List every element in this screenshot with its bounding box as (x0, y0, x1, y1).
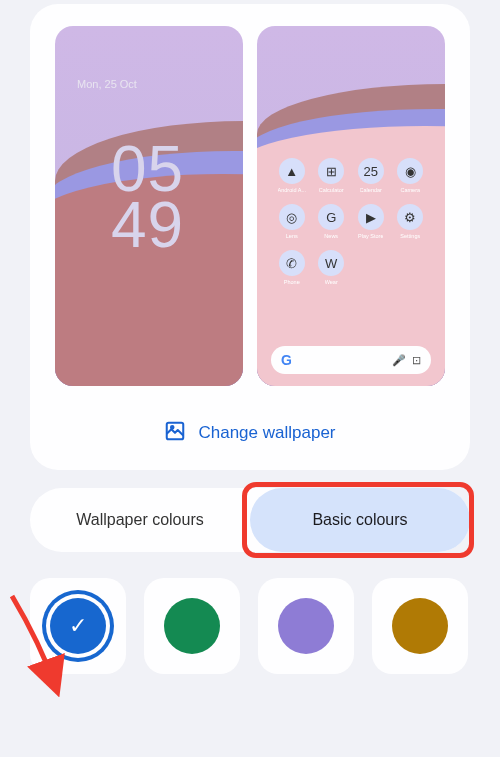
app-icon: ⊞Calculator (315, 158, 349, 193)
lock-time: 05 49 (111, 141, 184, 254)
app-circle: ⚙ (397, 204, 423, 230)
mic-icon: 🎤 (392, 354, 406, 367)
app-icon: ⚙Settings (394, 204, 428, 239)
app-circle: ◉ (397, 158, 423, 184)
app-grid: ▲Android A...⊞Calculator25Calendar◉Camer… (275, 158, 427, 285)
preview-row: Mon, 25 Oct 05 49 ▲Android A...⊞Calculat… (50, 26, 450, 386)
change-wallpaper-label: Change wallpaper (198, 423, 335, 443)
app-icon: ▶Play Store (354, 204, 388, 239)
lens-icon: ⊡ (412, 354, 421, 367)
lock-date: Mon, 25 Oct (77, 78, 137, 90)
app-label: Play Store (358, 233, 383, 239)
app-circle: ⊞ (318, 158, 344, 184)
change-wallpaper-button[interactable]: Change wallpaper (50, 420, 450, 446)
app-label: Phone (284, 279, 300, 285)
colour-swatch[interactable] (372, 578, 468, 674)
app-label: Camera (400, 187, 420, 193)
colour-swatch[interactable] (144, 578, 240, 674)
search-bar[interactable]: G 🎤 ⊡ (271, 346, 431, 374)
app-label: Calculator (319, 187, 344, 193)
colour-tabs: Wallpaper colours Basic colours (30, 488, 470, 552)
app-icon: ▲Android A... (275, 158, 309, 193)
app-circle: ◎ (279, 204, 305, 230)
lockscreen-preview[interactable]: Mon, 25 Oct 05 49 (55, 26, 243, 386)
check-icon: ✓ (69, 613, 87, 639)
tab-wallpaper-colours[interactable]: Wallpaper colours (30, 488, 250, 552)
app-icon: GNews (315, 204, 349, 239)
app-icon (394, 250, 428, 285)
app-circle: ▶ (358, 204, 384, 230)
app-icon (354, 250, 388, 285)
wallpaper-preview-card: Mon, 25 Oct 05 49 ▲Android A...⊞Calculat… (30, 4, 470, 470)
app-circle: G (318, 204, 344, 230)
colour-swatch[interactable]: ✓ (30, 578, 126, 674)
app-icon: WWear (315, 250, 349, 285)
app-label: Android A... (278, 187, 306, 193)
app-icon: ✆Phone (275, 250, 309, 285)
tab-basic-colours[interactable]: Basic colours (250, 488, 470, 552)
app-icon: 25Calendar (354, 158, 388, 193)
wallpaper-icon (164, 420, 186, 446)
app-label: Settings (400, 233, 420, 239)
app-label: News (324, 233, 338, 239)
app-circle: W (318, 250, 344, 276)
app-label: Calendar (360, 187, 382, 193)
app-icon: ◎Lens (275, 204, 309, 239)
app-label: Wear (325, 279, 338, 285)
svg-point-1 (171, 426, 174, 429)
google-g-icon: G (281, 352, 292, 368)
app-circle: ✆ (279, 250, 305, 276)
colour-swatch[interactable] (258, 578, 354, 674)
app-circle: ▲ (279, 158, 305, 184)
app-circle: 25 (358, 158, 384, 184)
colour-swatch-row: ✓ (30, 578, 470, 674)
homescreen-preview[interactable]: ▲Android A...⊞Calculator25Calendar◉Camer… (257, 26, 445, 386)
app-icon: ◉Camera (394, 158, 428, 193)
app-label: Lens (286, 233, 298, 239)
